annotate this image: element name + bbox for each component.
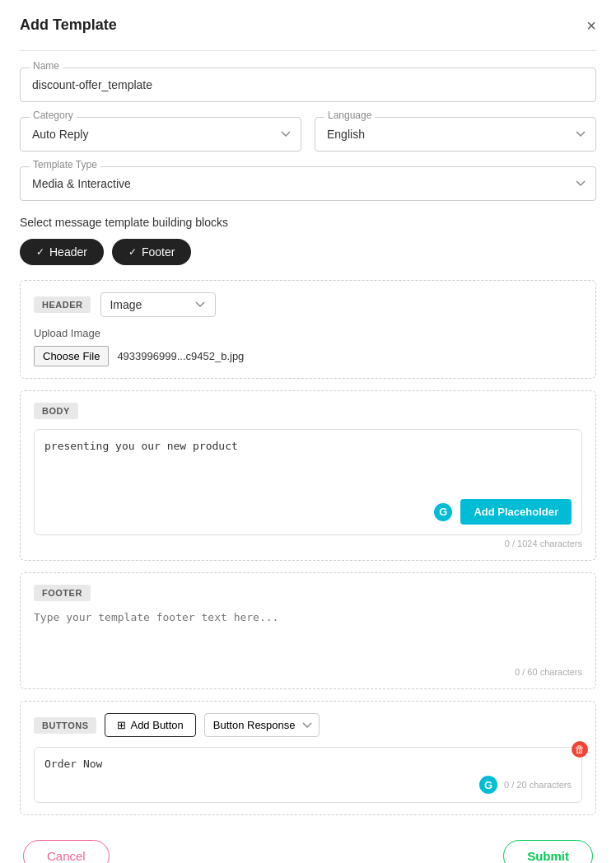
toggle-buttons-row: ✓ Header ✓ Footer — [20, 239, 596, 265]
footer-char-count: 0 / 60 characters — [34, 667, 582, 677]
category-field-group: Category Auto Reply Marketing Transactio… — [20, 117, 301, 152]
footer-section: FOOTER 0 / 60 characters — [20, 572, 596, 689]
template-type-label: Template Type — [30, 159, 100, 170]
template-type-field-group: Template Type Media & Interactive Text O… — [20, 166, 596, 201]
footer-label-row: FOOTER — [34, 585, 582, 601]
footer-check-icon: ✓ — [128, 246, 137, 258]
header-type-select[interactable]: Image Video Document Text — [100, 292, 216, 317]
header-section: HEADER Image Video Document Text Upload … — [20, 280, 596, 379]
button-item-footer: G 0 / 20 characters — [44, 776, 572, 794]
cancel-button[interactable]: Cancel — [23, 840, 110, 863]
add-button-button[interactable]: ⊞ Add Button — [105, 713, 195, 737]
name-field-group: Name — [20, 68, 596, 102]
delete-button-item[interactable]: 🗑 — [572, 741, 588, 758]
body-textarea-wrap: presenting you our new product G Add Pla… — [34, 429, 582, 535]
plus-icon: ⊞ — [117, 719, 126, 731]
category-language-row: Category Auto Reply Marketing Transactio… — [20, 117, 596, 152]
close-button[interactable]: × — [586, 17, 596, 34]
buttons-section-tag: BUTTONS — [34, 717, 96, 734]
template-type-select[interactable]: Media & Interactive Text Only — [20, 166, 596, 201]
footer-textarea[interactable] — [34, 611, 582, 660]
button-item: 🗑 G 0 / 20 characters — [34, 747, 582, 803]
body-textarea[interactable]: presenting you our new product — [44, 440, 572, 489]
name-label: Name — [30, 60, 63, 72]
category-select[interactable]: Auto Reply Marketing Transactional — [20, 117, 301, 152]
form-footer-actions: Cancel Submit — [20, 840, 596, 863]
header-toggle-label: Header — [49, 245, 87, 259]
button-response-select[interactable]: Button Response Quick Reply Call to Acti… — [204, 713, 320, 737]
buttons-label-row: BUTTONS ⊞ Add Button Button Response Qui… — [34, 713, 582, 737]
building-blocks-label: Select message template building blocks — [20, 216, 596, 229]
body-label-row: BODY — [34, 403, 582, 419]
body-char-count: 0 / 1024 characters — [34, 539, 582, 548]
modal-header: Add Template × — [20, 16, 596, 34]
buttons-section: BUTTONS ⊞ Add Button Button Response Qui… — [20, 701, 596, 815]
add-button-label: Add Button — [130, 719, 183, 731]
file-input-row: Choose File 4933996999...c9452_b.jpg — [34, 346, 582, 366]
button-item-input[interactable] — [44, 758, 519, 770]
header-section-tag: HEADER — [34, 296, 91, 313]
footer-section-tag: FOOTER — [34, 585, 91, 601]
body-section-tag: BODY — [34, 403, 78, 419]
header-label-row: HEADER Image Video Document Text — [34, 292, 582, 317]
category-label: Category — [30, 110, 77, 121]
name-input[interactable] — [20, 68, 596, 102]
footer-toggle-label: Footer — [142, 245, 175, 259]
header-divider — [20, 50, 596, 51]
choose-file-button[interactable]: Choose File — [34, 346, 109, 366]
body-section: BODY presenting you our new product G Ad… — [20, 390, 596, 561]
language-field-group: Language English Spanish French German — [315, 117, 596, 152]
add-placeholder-button[interactable]: Add Placeholder — [460, 499, 572, 525]
grammarly-icon: G — [434, 503, 452, 521]
header-check-icon: ✓ — [36, 246, 44, 258]
body-actions-row: G Add Placeholder — [44, 499, 572, 525]
upload-image-label: Upload Image — [34, 327, 582, 339]
language-label: Language — [324, 110, 375, 121]
add-template-modal: Add Template × Name Category Auto Reply … — [0, 0, 616, 863]
file-name-display: 4933996999...c9452_b.jpg — [117, 350, 244, 362]
header-toggle-button[interactable]: ✓ Header — [20, 239, 104, 265]
language-select[interactable]: English Spanish French German — [315, 117, 596, 152]
submit-button[interactable]: Submit — [503, 840, 593, 863]
modal-title: Add Template — [20, 16, 117, 34]
button-char-count: 0 / 20 characters — [504, 780, 572, 790]
footer-toggle-button[interactable]: ✓ Footer — [112, 239, 191, 265]
grammarly-icon-button: G — [479, 776, 497, 794]
